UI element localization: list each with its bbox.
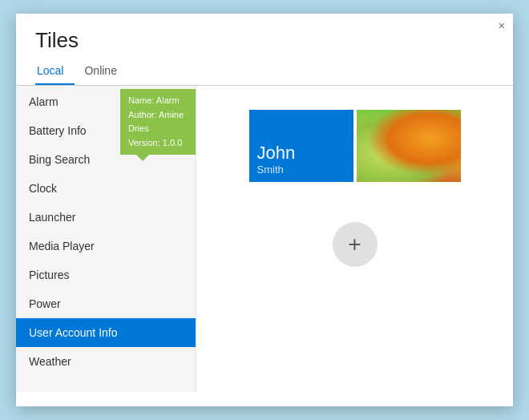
- list-panel: Name: Alarm Author: Amine Dries Version:…: [16, 86, 196, 392]
- list-item-media-player[interactable]: Media Player: [16, 232, 196, 260]
- butterfly-decoration: [357, 110, 461, 182]
- tile-blue: John Smith: [249, 110, 353, 182]
- page-title: Tiles: [16, 14, 513, 53]
- content-area: Name: Alarm Author: Amine Dries Version:…: [16, 86, 513, 392]
- dialog-window: × Tiles Local Online Name: Alarm Author:…: [16, 14, 513, 406]
- main-panel: John Smith +: [196, 86, 513, 392]
- list-item-launcher[interactable]: Launcher: [16, 203, 196, 232]
- list-item-user-account-info[interactable]: User Account Info: [16, 318, 196, 347]
- tile-image: [357, 110, 461, 182]
- tile-last-name: Smith: [257, 164, 345, 176]
- tab-local[interactable]: Local: [35, 59, 75, 85]
- tile-group: John Smith: [249, 110, 461, 182]
- tab-bar: Local Online: [16, 53, 513, 86]
- tooltip-line2: Author: Amine Dries: [128, 110, 184, 134]
- tooltip-line3: Version: 1.0.0: [128, 138, 182, 147]
- list-item-power[interactable]: Power: [16, 289, 196, 318]
- close-button[interactable]: ×: [499, 20, 505, 31]
- list-item-weather[interactable]: Weather: [16, 347, 196, 376]
- list-item-clock[interactable]: Clock: [16, 174, 196, 203]
- tab-online[interactable]: Online: [83, 59, 127, 85]
- add-tile-button[interactable]: +: [333, 222, 378, 267]
- tooltip-line1: Name: Alarm: [128, 95, 180, 105]
- tile-area: John Smith +: [212, 102, 497, 267]
- tile-first-name: John: [257, 143, 345, 164]
- tooltip: Name: Alarm Author: Amine Dries Version:…: [120, 89, 196, 155]
- list-item-pictures[interactable]: Pictures: [16, 260, 196, 289]
